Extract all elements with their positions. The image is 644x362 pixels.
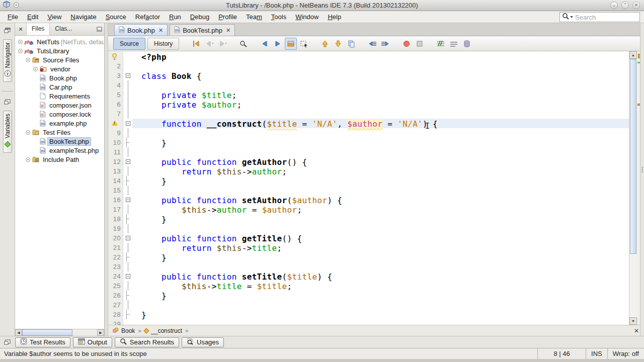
tree-item-composer-lock[interactable]: jscomposer.lock [15, 110, 104, 119]
code-line-29[interactable]: 29 [108, 319, 629, 325]
code-text[interactable] [132, 109, 629, 119]
line-number[interactable]: 18 [108, 214, 123, 224]
code-text[interactable]: public function setAuthor($author) { [132, 195, 629, 205]
comment-icon[interactable] [435, 38, 447, 50]
code-line-2[interactable]: 2 [108, 61, 629, 71]
search-icon[interactable] [562, 13, 569, 22]
tree-item-test-files[interactable]: Test Files [15, 128, 104, 137]
bottom-tab-usages[interactable]: Usages [182, 337, 224, 347]
restore-window-icon[interactable] [4, 26, 11, 35]
code-line-9[interactable]: 9 [108, 128, 629, 138]
code-text[interactable]: return $this->author; [132, 166, 629, 176]
bottom-tab-test-results[interactable]: Test Results [15, 337, 70, 347]
line-number[interactable]: 29 [108, 319, 123, 325]
jump-last-edit-icon[interactable] [190, 38, 202, 50]
scroll-left-icon[interactable]: ◀ [15, 329, 22, 336]
code-text[interactable]: <?php [132, 52, 629, 61]
code-line-27[interactable]: 27 [108, 300, 629, 310]
stop-macro-icon[interactable] [414, 38, 426, 50]
code-text[interactable]: public function getAuthor() { [132, 157, 629, 166]
menu-navigate[interactable]: Navigate [66, 12, 101, 22]
insert-mode[interactable]: INS [586, 348, 607, 359]
fold-toggle-icon[interactable] [123, 233, 132, 243]
code-text[interactable]: } [132, 214, 629, 224]
code-text[interactable]: function __construct($title = 'N/A', $au… [132, 119, 629, 128]
find-selection-icon[interactable] [237, 38, 250, 50]
expand-handle-icon[interactable] [18, 40, 23, 44]
code-text[interactable] [132, 61, 629, 71]
warning-gutter-icon[interactable] [108, 119, 123, 128]
breadcrumb-close-icon[interactable]: ✕ [634, 327, 639, 334]
line-number[interactable]: 21 [108, 243, 123, 252]
line-number[interactable]: 16 [108, 195, 123, 205]
expand-handle-icon[interactable] [26, 58, 30, 62]
line-number[interactable]: 4 [108, 80, 123, 90]
line-number[interactable]: 28 [108, 310, 123, 319]
code-text[interactable] [132, 186, 629, 195]
tab-close-icon[interactable]: ✕ [158, 27, 163, 34]
fold-toggle-icon[interactable] [123, 157, 132, 166]
tab-files[interactable]: Files [26, 23, 49, 35]
line-number[interactable]: 2 [108, 61, 123, 71]
tab-classes[interactable]: Clas... [49, 23, 77, 35]
line-number[interactable]: 19 [108, 224, 123, 233]
menu-source[interactable]: Source [101, 12, 131, 22]
line-number[interactable]: 15 [108, 186, 123, 195]
scroll-down-icon[interactable]: ▼ [629, 317, 637, 325]
menu-edit[interactable]: Edit [23, 12, 43, 22]
expand-handle-icon[interactable] [26, 130, 30, 135]
source-view-button[interactable]: Source [113, 38, 145, 50]
line-number[interactable]: 9 [108, 128, 123, 138]
hint-gutter-icon[interactable] [108, 52, 123, 61]
expand-handle-icon[interactable] [26, 157, 30, 162]
line-number[interactable]: 6 [108, 100, 123, 109]
code-line-28[interactable]: 28} [108, 310, 629, 319]
code-text[interactable]: private $author; [132, 100, 629, 109]
code-line-26[interactable]: 26 } [108, 291, 629, 300]
code-text[interactable] [132, 262, 629, 272]
code-editor[interactable]: <?php23class Book {45 private $title;6 p… [108, 51, 644, 325]
line-number[interactable]: 25 [108, 281, 123, 291]
code-line-24[interactable]: 24 public function setTitle($title) { [108, 272, 629, 281]
scrollbar-thumb[interactable] [22, 329, 72, 336]
code-text[interactable]: public function getTitle() { [132, 233, 629, 243]
expand-handle-icon[interactable] [33, 67, 38, 71]
expand-handle-icon[interactable] [18, 49, 23, 53]
code-line-5[interactable]: 5 private $title; [108, 90, 629, 100]
code-line-21[interactable]: 21 return $this->title; [108, 243, 629, 252]
line-number[interactable]: 20 [108, 233, 123, 243]
next-bookmark-icon[interactable] [332, 38, 344, 50]
line-number[interactable]: 14 [108, 176, 123, 186]
code-text[interactable] [132, 128, 629, 138]
line-number[interactable]: 7 [108, 109, 123, 119]
memory-icon[interactable] [461, 38, 473, 50]
tree-item-example-php[interactable]: phpexample.php [15, 119, 104, 128]
search-input[interactable] [575, 14, 630, 21]
bottom-tab-output[interactable]: Output [73, 337, 112, 347]
editor-tab-book-php[interactable]: phpBook.php✕ [114, 24, 168, 36]
start-macro-icon[interactable] [400, 38, 413, 50]
minimize-button[interactable]: ⌄ [610, 2, 618, 9]
line-number[interactable]: 24 [108, 272, 123, 281]
tree-item-source-files[interactable]: Source Files [15, 55, 104, 64]
editor-tab-booktest-php[interactable]: phpBookTest.php✕ [170, 24, 235, 36]
panel-minimize-icon[interactable] [94, 23, 104, 35]
line-number[interactable]: 5 [108, 90, 123, 100]
code-text[interactable] [132, 147, 629, 157]
menu-run[interactable]: Run [165, 12, 186, 22]
tree-item-vendor[interactable]: vendor [15, 64, 104, 73]
code-line-4[interactable]: 4 [108, 80, 629, 90]
tree-item-composer-json[interactable]: jscomposer.json [15, 101, 104, 110]
code-line-3[interactable]: 3class Book { [108, 71, 629, 80]
find-next-icon[interactable] [272, 38, 284, 50]
code-line-19[interactable]: 19 [108, 224, 629, 233]
navigator-dock-button[interactable]: Navigator [3, 39, 12, 82]
code-line-13[interactable]: 13 return $this->author; [108, 166, 629, 176]
back-icon[interactable] [203, 38, 215, 50]
variables-dock-button[interactable]: Variables [3, 111, 12, 152]
code-text[interactable]: } [132, 176, 629, 186]
code-line-22[interactable]: 22 } [108, 252, 629, 262]
code-text[interactable]: class Book { [132, 71, 629, 80]
tree-item-exampletest-php[interactable]: phpexampleTest.php [15, 146, 104, 155]
forward-icon[interactable] [216, 38, 228, 50]
